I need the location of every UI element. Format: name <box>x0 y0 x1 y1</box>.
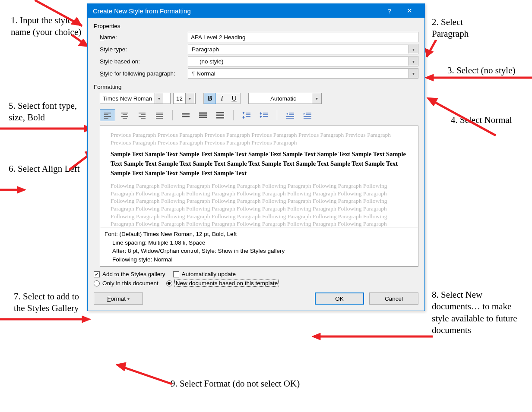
align-right-button[interactable] <box>134 109 150 121</box>
font-color-value: Automatic <box>255 95 312 102</box>
svg-marker-21 <box>116 362 126 371</box>
properties-label: Properties <box>94 23 418 29</box>
preview-box: Previous Paragraph Previous Paragraph Pr… <box>100 126 418 227</box>
basedon-dropdown[interactable]: (no style) ▾ <box>188 56 418 66</box>
following-value: Normal <box>196 70 215 77</box>
preview-following: Following Paragraph Following Paragraph … <box>111 182 408 227</box>
only-this-document-radio[interactable]: Only in this document <box>94 280 158 286</box>
annotation-8: 8. Select New documents… to make style a… <box>432 289 522 336</box>
italic-button[interactable]: I <box>216 93 228 104</box>
formatting-label: Formatting <box>94 84 418 90</box>
ok-button[interactable]: OK <box>315 292 364 305</box>
chevron-down-icon[interactable]: ▾ <box>312 93 321 104</box>
underline-button[interactable]: U <box>228 93 240 104</box>
linespacing-1-button[interactable] <box>178 109 193 121</box>
font-color-dropdown[interactable]: Automatic ▾ <box>248 93 322 104</box>
add-to-gallery-checkbox[interactable]: ✓ Add to the Styles gallery <box>94 271 165 277</box>
svg-marker-7 <box>425 74 434 81</box>
create-style-dialog: Create New Style from Formatting ? ✕ Pro… <box>87 3 425 311</box>
font-size-value: 12 <box>176 95 183 102</box>
linespacing-1.5-button[interactable] <box>195 109 211 121</box>
annotation-2: 2. Select Paragraph <box>432 16 501 40</box>
bold-button[interactable]: B <box>204 93 216 104</box>
styletype-dropdown[interactable]: Paragraph ▾ <box>188 44 418 54</box>
para-space-decrease-button[interactable] <box>256 109 272 121</box>
format-button[interactable]: FFormatormat ▾ <box>94 292 143 305</box>
align-left-button[interactable] <box>100 109 115 121</box>
decrease-indent-button[interactable] <box>282 109 298 121</box>
svg-line-8 <box>431 100 496 135</box>
linespacing-2-button[interactable] <box>212 109 228 121</box>
name-label: Name: <box>94 34 188 41</box>
chevron-down-icon[interactable]: ▾ <box>408 45 418 53</box>
dialog-title: Create New Style from Formatting <box>93 7 380 15</box>
new-documents-radio[interactable]: New documents based on this template <box>166 280 279 286</box>
svg-marker-5 <box>425 48 434 57</box>
font-size-dropdown[interactable]: 12 ▾ <box>173 93 196 104</box>
para-space-increase-button[interactable] <box>239 109 254 121</box>
svg-marker-17 <box>82 316 91 323</box>
title-bar[interactable]: Create New Style from Formatting ? ✕ <box>88 4 424 18</box>
svg-marker-9 <box>427 97 438 106</box>
following-dropdown[interactable]: ¶ Normal ▾ <box>188 68 418 79</box>
chevron-down-icon[interactable]: ▾ <box>408 57 418 66</box>
help-icon[interactable]: ? <box>380 7 399 15</box>
svg-marker-13 <box>17 186 26 193</box>
basedon-value: (no style) <box>192 58 224 65</box>
align-justify-button[interactable] <box>152 109 167 121</box>
align-center-button[interactable] <box>117 109 133 121</box>
styletype-label: Style type: <box>94 46 188 53</box>
annotation-5: 5. Select font type, size, Bold <box>9 100 82 124</box>
auto-update-checkbox[interactable]: Automatically update <box>173 271 236 277</box>
styletype-value: Paragraph <box>192 46 219 53</box>
increase-indent-button[interactable] <box>300 109 315 121</box>
font-family-value: Times New Roman <box>103 95 152 102</box>
svg-marker-19 <box>312 333 320 340</box>
chevron-down-icon[interactable]: ▾ <box>185 93 194 104</box>
font-family-dropdown[interactable]: Times New Roman ▾ <box>100 93 171 104</box>
pilcrow-icon: ¶ <box>192 70 195 77</box>
cancel-button[interactable]: Cancel <box>369 292 418 305</box>
annotation-7: 7. Select to add to the Styles Gallery <box>14 291 85 315</box>
following-label: Style for following paragraph: <box>94 70 188 77</box>
chevron-down-icon[interactable]: ▾ <box>155 93 163 104</box>
close-icon[interactable]: ✕ <box>399 7 419 15</box>
style-description: Font: (Default) Times New Roman, 12 pt, … <box>100 227 418 267</box>
preview-sample: Sample Text Sample Text Sample Text Samp… <box>111 150 408 178</box>
basedon-label: Style based on: <box>94 58 188 65</box>
svg-line-20 <box>122 367 172 384</box>
preview-previous: Previous Paragraph Previous Paragraph Pr… <box>111 131 408 146</box>
annotation-9: 9. Select Format (do not select OK) <box>171 378 300 390</box>
chevron-down-icon[interactable]: ▾ <box>408 69 418 78</box>
name-input[interactable] <box>188 32 418 42</box>
